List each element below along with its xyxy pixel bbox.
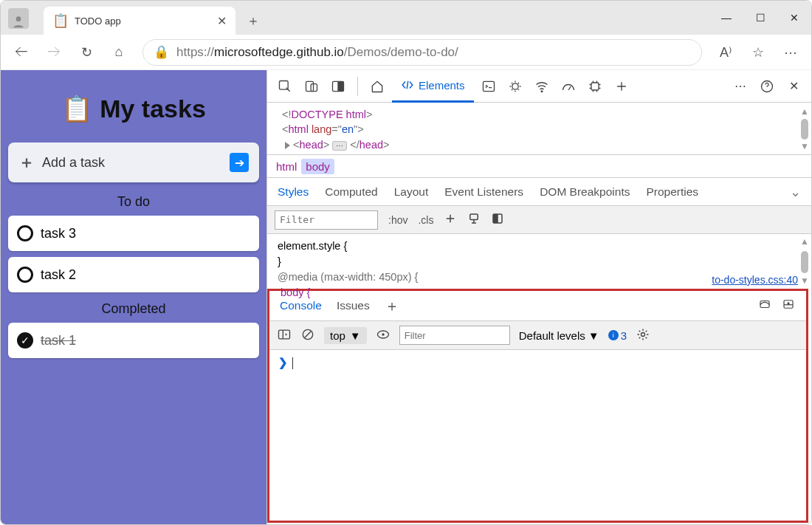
close-window-button[interactable]: ✕ (777, 1, 811, 35)
svg-rect-10 (591, 83, 599, 90)
submit-task-button[interactable]: ➔ (230, 153, 249, 172)
add-task-input[interactable]: ＋ Add a task ➔ (8, 143, 259, 182)
layout-tab[interactable]: Layout (394, 185, 429, 199)
clipboard-icon: 📋 (61, 94, 92, 123)
event-listeners-tab[interactable]: Event Listeners (444, 185, 523, 199)
clear-console-icon[interactable] (300, 327, 315, 344)
devtools-panel: Elements ⋯ ✕ <!DOCTYPE html> <html lang=… (266, 70, 811, 525)
tab-close-icon[interactable]: ✕ (217, 14, 227, 28)
console-prompt-icon: ❯ (278, 356, 288, 368)
flex-editor-icon[interactable] (467, 212, 481, 227)
more-tabs-button[interactable] (610, 75, 633, 98)
minimize-button[interactable]: ― (709, 1, 743, 35)
profile-icon[interactable] (8, 8, 29, 29)
devtools-toolbar: Elements ⋯ ✕ (267, 70, 811, 103)
task-item-completed[interactable]: ✓ task 1 (8, 323, 259, 358)
svg-rect-23 (279, 330, 290, 339)
elements-tab[interactable]: Elements (392, 70, 474, 103)
tab-title: TODO app (75, 16, 121, 27)
unchecked-circle-icon[interactable] (17, 225, 33, 241)
window-controls: ― ☐ ✕ (709, 1, 811, 35)
live-expression-icon[interactable] (376, 327, 390, 344)
chevron-down-icon[interactable]: ⌄ (790, 184, 801, 200)
styles-pane[interactable]: element.style { } @media (max-width: 450… (267, 234, 811, 289)
properties-tab[interactable]: Properties (646, 185, 698, 199)
completed-section-heading: Completed (8, 301, 259, 317)
help-icon[interactable] (755, 75, 779, 98)
add-task-placeholder: Add a task (42, 155, 105, 171)
checked-circle-icon[interactable]: ✓ (17, 332, 33, 349)
css-source-link[interactable]: to-do-styles.css:40 (712, 272, 798, 287)
breadcrumb-item[interactable]: html (276, 160, 297, 173)
css-rule: body { (278, 285, 801, 301)
task-label: task 1 (41, 333, 76, 349)
dom-tree[interactable]: <!DOCTYPE html> <html lang="en"> <head> … (267, 103, 811, 154)
settings-menu-button[interactable]: ⋯ (776, 38, 805, 67)
todo-app: 📋 My tasks ＋ Add a task ➔ To do task 3 t… (1, 70, 266, 525)
console-tab-icon[interactable] (477, 75, 500, 98)
hov-toggle[interactable]: :hov (388, 214, 407, 226)
console-filter-input[interactable] (399, 326, 510, 345)
read-aloud-icon[interactable]: A⁾ (711, 38, 740, 67)
inspect-icon[interactable] (273, 75, 297, 98)
performance-tab-icon[interactable] (557, 75, 580, 98)
issues-tab[interactable]: Issues (337, 299, 370, 312)
styles-tab[interactable]: Styles (278, 185, 309, 199)
svg-rect-2 (306, 81, 314, 91)
dom-breakpoints-tab[interactable]: DOM Breakpoints (540, 185, 630, 199)
more-tools-icon[interactable]: ⋯ (729, 75, 752, 98)
svg-point-0 (16, 16, 21, 21)
console-output[interactable]: ❯ (269, 350, 806, 521)
task-label: task 2 (41, 267, 76, 283)
svg-point-9 (541, 90, 543, 92)
maximize-button[interactable]: ☐ (743, 1, 777, 35)
app-heading: My tasks (100, 95, 206, 123)
sources-tab-icon[interactable] (503, 75, 527, 98)
unchecked-circle-icon[interactable] (17, 267, 33, 283)
grid-editor-icon[interactable] (491, 212, 504, 227)
back-button[interactable]: 🡠 (7, 38, 36, 67)
home-button[interactable]: ⌂ (104, 38, 134, 67)
device-emulation-icon[interactable] (300, 75, 323, 98)
issues-counter[interactable]: i3 (608, 329, 627, 342)
welcome-tab-icon[interactable] (365, 75, 389, 98)
svg-rect-3 (311, 83, 317, 91)
styles-filter-input[interactable] (275, 210, 378, 230)
dom-line: <head> ⋯ </head> (282, 137, 811, 152)
favorite-button[interactable]: ☆ (743, 38, 773, 67)
svg-line-26 (305, 331, 311, 337)
console-tab[interactable]: Console (280, 299, 322, 312)
dock-side-icon[interactable] (326, 75, 350, 98)
dom-scrollbar[interactable]: ▲▼ (799, 106, 810, 153)
styles-toolbar: :hov .cls (267, 206, 811, 234)
app-title: 📋 My tasks (8, 94, 259, 123)
svg-point-8 (512, 83, 517, 89)
forward-button[interactable]: 🡢 (39, 38, 69, 67)
toggle-sidebar-icon[interactable] (277, 327, 292, 344)
console-toolbar: top ▼ Default levels ▼ i3 (269, 320, 806, 350)
dom-line: <html lang="en"> (282, 122, 811, 137)
refresh-button[interactable]: ↻ (72, 38, 101, 67)
browser-tab[interactable]: 📋 TODO app ✕ (44, 7, 235, 35)
styles-scrollbar[interactable]: ▲▼ (799, 236, 810, 287)
css-rule: } (278, 254, 801, 270)
log-levels-selector[interactable]: Default levels ▼ (519, 329, 599, 342)
dom-line: <!DOCTYPE html> (282, 107, 811, 122)
console-drawer: Console Issues ＋ top ▼ Default levels ▼ … (267, 289, 808, 523)
task-item[interactable]: task 2 (8, 257, 259, 292)
breadcrumb-item[interactable]: body (301, 159, 334, 174)
task-item[interactable]: task 3 (8, 216, 259, 251)
new-style-rule-icon[interactable] (444, 212, 457, 227)
breadcrumbs[interactable]: html body (267, 154, 811, 178)
close-devtools-button[interactable]: ✕ (782, 75, 805, 98)
computed-tab[interactable]: Computed (325, 185, 378, 199)
console-settings-icon[interactable] (636, 327, 650, 344)
address-bar[interactable]: 🔒 https://microsoftedge.github.io/Demos/… (142, 39, 702, 66)
new-tab-button[interactable]: ＋ (241, 9, 265, 32)
cls-toggle[interactable]: .cls (418, 214, 433, 226)
execution-context-selector[interactable]: top ▼ (324, 327, 367, 344)
memory-tab-icon[interactable] (583, 75, 607, 98)
lock-icon: 🔒 (154, 44, 169, 60)
network-tab-icon[interactable] (530, 75, 554, 98)
styles-tabbar: Styles Computed Layout Event Listeners D… (267, 178, 811, 206)
